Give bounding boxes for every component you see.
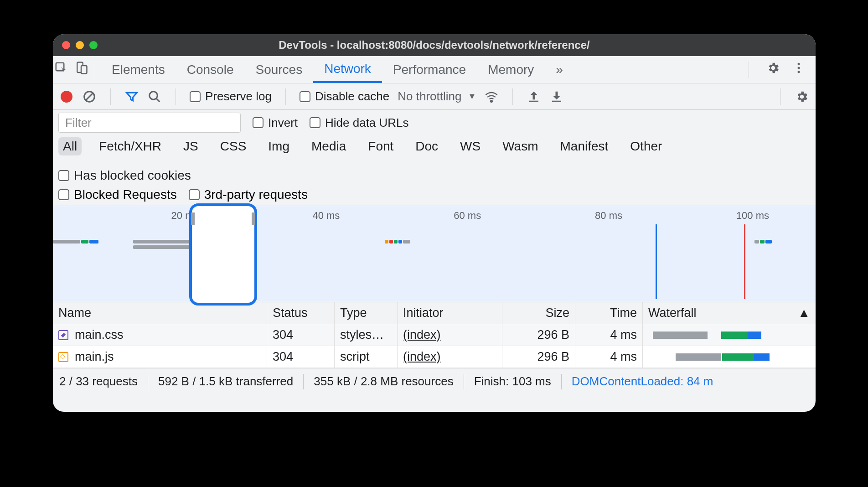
col-time[interactable]: Time <box>575 302 643 324</box>
checkbox-icon <box>310 117 320 128</box>
divider <box>176 88 176 105</box>
col-status[interactable]: Status <box>267 302 335 324</box>
third-party-label: 3rd-party requests <box>204 187 308 202</box>
svg-point-4 <box>798 67 800 69</box>
col-type[interactable]: Type <box>335 302 398 324</box>
record-button[interactable] <box>59 91 74 103</box>
col-size[interactable]: Size <box>502 302 575 324</box>
window-titlebar: DevTools - localhost:8080/docs/devtools/… <box>53 34 816 56</box>
tab-performance[interactable]: Performance <box>382 56 477 83</box>
filter-placeholder: Filter <box>65 116 92 130</box>
type-filter-img[interactable]: Img <box>264 137 294 155</box>
request-name: main.css <box>75 328 124 342</box>
request-time: 4 ms <box>575 324 643 346</box>
svg-rect-12 <box>552 100 561 102</box>
record-icon <box>61 91 72 103</box>
checkbox-icon <box>300 91 310 102</box>
sort-indicator-icon: ▲ <box>798 306 810 320</box>
chevron-right-double-icon: » <box>556 62 563 77</box>
preserve-log-label: Preserve log <box>205 89 272 104</box>
type-filter-js[interactable]: JS <box>179 137 203 155</box>
request-waterfall <box>643 346 816 368</box>
type-filter-manifest[interactable]: Manifest <box>556 137 613 155</box>
svg-point-8 <box>150 91 158 99</box>
overview-segment <box>133 240 202 244</box>
table-row[interactable]: main.js304script(index)296 B4 ms <box>53 346 816 368</box>
disable-cache-checkbox[interactable]: Disable cache <box>300 89 389 104</box>
domcontentloaded-marker <box>656 224 657 299</box>
caret-down-icon: ▼ <box>468 92 476 101</box>
timeline-tick: 60 ms <box>454 210 481 222</box>
load-marker <box>744 224 745 299</box>
type-filter-fetch-xhr[interactable]: Fetch/XHR <box>94 137 166 155</box>
panel-settings-icon[interactable] <box>795 90 809 104</box>
type-filter-all[interactable]: All <box>58 137 82 155</box>
kebab-menu-icon[interactable] <box>792 61 806 78</box>
col-name[interactable]: Name <box>53 302 267 324</box>
tab-sources[interactable]: Sources <box>244 56 313 83</box>
type-filter-css[interactable]: CSS <box>216 137 251 155</box>
blocked-requests-checkbox[interactable]: Blocked Requests <box>58 187 177 202</box>
request-type: script <box>335 346 398 368</box>
has-blocked-cookies-checkbox[interactable]: Has blocked cookies <box>58 168 191 183</box>
tabs-overflow[interactable]: » <box>545 56 574 83</box>
overview-segment <box>398 240 402 244</box>
settings-icon[interactable] <box>766 61 780 78</box>
invert-label: Invert <box>268 116 298 130</box>
type-filter-wasm[interactable]: Wasm <box>498 137 542 155</box>
throttling-select[interactable]: No throttling ▼ <box>398 89 476 104</box>
svg-line-9 <box>156 98 160 102</box>
disable-cache-label: Disable cache <box>315 89 389 104</box>
network-overview-timeline[interactable]: 20 ms40 ms60 ms80 ms100 ms <box>53 206 816 302</box>
svg-line-7 <box>85 93 93 101</box>
checkbox-icon <box>190 91 201 102</box>
overview-segment <box>754 240 759 244</box>
timeline-requests <box>53 240 816 267</box>
clear-button[interactable] <box>82 90 97 104</box>
overview-segment <box>765 240 772 244</box>
overview-segment <box>394 240 398 244</box>
table-row[interactable]: main.css304styles…(index)296 B4 ms <box>53 324 816 346</box>
svg-rect-11 <box>529 100 538 102</box>
type-filter-ws[interactable]: WS <box>455 137 485 155</box>
status-transferred: 592 B / 1.5 kB transferred <box>158 374 293 389</box>
type-filter-other[interactable]: Other <box>625 137 666 155</box>
svg-point-5 <box>798 71 800 73</box>
col-waterfall[interactable]: Waterfall▲ <box>643 302 816 324</box>
tab-console[interactable]: Console <box>176 56 245 83</box>
type-filter-font[interactable]: Font <box>363 137 398 155</box>
tab-network[interactable]: Network <box>313 56 382 83</box>
filter-input[interactable]: Filter <box>58 113 241 133</box>
filter-toggle-button[interactable] <box>124 90 139 104</box>
devtools-window: DevTools - localhost:8080/docs/devtools/… <box>53 34 816 412</box>
requests-table: Name Status Type Initiator Size Time Wat… <box>53 302 816 368</box>
request-status: 304 <box>267 324 335 346</box>
download-har-icon[interactable] <box>549 90 564 104</box>
timeline-ticks: 20 ms40 ms60 ms80 ms100 ms <box>53 206 816 223</box>
type-filter-doc[interactable]: Doc <box>411 137 443 155</box>
request-size: 296 B <box>502 346 575 368</box>
request-initiator[interactable]: (index) <box>403 350 441 364</box>
tab-memory[interactable]: Memory <box>477 56 545 83</box>
third-party-requests-checkbox[interactable]: 3rd-party requests <box>189 187 308 202</box>
overview-segment <box>81 240 88 244</box>
request-initiator[interactable]: (index) <box>403 328 441 342</box>
divider <box>95 62 95 78</box>
type-filter-media[interactable]: Media <box>307 137 351 155</box>
overview-segment <box>385 240 388 244</box>
preserve-log-checkbox[interactable]: Preserve log <box>190 89 272 104</box>
divider <box>285 88 286 105</box>
status-domcontentlo.</span>aded: DOMContentLoaded: 84 m <box>572 374 713 389</box>
upload-har-icon[interactable] <box>527 90 541 104</box>
invert-checkbox[interactable]: Invert <box>253 116 298 130</box>
inspect-element-icon[interactable] <box>54 61 68 78</box>
hide-data-urls-checkbox[interactable]: Hide data URLs <box>310 116 409 130</box>
overview-segment <box>760 240 765 244</box>
network-conditions-icon[interactable] <box>484 90 499 104</box>
device-toolbar-icon[interactable] <box>74 61 88 78</box>
divider <box>749 62 749 78</box>
search-button[interactable] <box>147 90 162 104</box>
tab-elements[interactable]: Elements <box>101 56 176 83</box>
throttling-value: No throttling <box>398 89 461 104</box>
col-initiator[interactable]: Initiator <box>398 302 502 324</box>
